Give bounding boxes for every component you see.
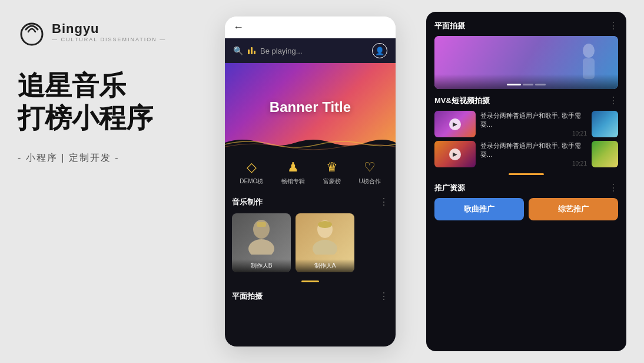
collab-label: U榜合作 bbox=[358, 177, 380, 186]
icon-item-collab[interactable]: ♡ U榜合作 bbox=[358, 160, 380, 186]
mv-section-title: MV&短视频拍摄 bbox=[434, 95, 490, 106]
bottom-section-header: 平面拍摄 ⋮ bbox=[232, 291, 389, 302]
bottom-more-icon[interactable]: ⋮ bbox=[379, 291, 389, 302]
logo-area: Bingyu — CULTURAL DISSEMINATION — bbox=[18, 18, 194, 46]
album-label: 畅销专辑 bbox=[281, 177, 305, 186]
hero-title: 追星音乐 打榜小程序 bbox=[18, 70, 194, 134]
music-more-icon[interactable]: ⋮ bbox=[379, 196, 389, 207]
hero-title-line2: 打榜小程序 bbox=[18, 103, 153, 133]
mv-item-2[interactable]: ▶ 登录分两种普通用户和歌手, 歌手需要... 10:21 bbox=[434, 141, 618, 167]
mv-more-icon[interactable]: ⋮ bbox=[609, 95, 618, 106]
music-section-header: 音乐制作 ⋮ bbox=[232, 196, 389, 207]
mv-info-1: 登录分两种普通用户和歌手, 歌手需要... 10:21 bbox=[480, 111, 587, 137]
music-section: 音乐制作 ⋮ 制作人B bbox=[225, 192, 396, 277]
banner-title-text: Banner Title bbox=[270, 99, 351, 116]
dot-inactive-1 bbox=[523, 84, 533, 85]
phone-banner: Banner Title bbox=[225, 63, 396, 151]
logo-text-block: Bingyu — CULTURAL DISSEMINATION — bbox=[52, 21, 166, 42]
icon-item-rich[interactable]: ♛ 富豪榜 bbox=[323, 160, 341, 186]
icon-item-album[interactable]: ♟ 畅销专辑 bbox=[281, 160, 305, 186]
eq-bar-1 bbox=[248, 50, 250, 54]
brand-subtitle: — CULTURAL DISSEMINATION — bbox=[52, 37, 166, 42]
svg-point-5 bbox=[313, 240, 337, 255]
mv-time-1: 10:21 bbox=[480, 130, 587, 137]
person-face-b bbox=[232, 213, 291, 258]
phone-bottom-section: 平面拍摄 ⋮ bbox=[225, 286, 396, 346]
phone-header: ← bbox=[225, 16, 396, 38]
promo-section-title: 推广资源 bbox=[434, 183, 465, 193]
right-panel: 平面拍摄 ⋮ MV&短视频拍摄 bbox=[426, 12, 626, 351]
brand-name: Bingyu bbox=[52, 21, 166, 37]
eq-bar-3 bbox=[254, 51, 255, 54]
flat-image-inner bbox=[434, 36, 618, 89]
left-section: Bingyu — CULTURAL DISSEMINATION — 追星音乐 打… bbox=[18, 12, 194, 351]
dot-inactive-2 bbox=[535, 84, 546, 85]
mv-title-2: 登录分两种普通用户和歌手, 歌手需要... bbox=[480, 141, 587, 160]
flat-more-icon[interactable]: ⋮ bbox=[609, 20, 618, 31]
mv-extra-1 bbox=[592, 111, 618, 137]
demo-label: DEMO榜 bbox=[240, 177, 263, 186]
collab-icon: ♡ bbox=[364, 160, 376, 175]
search-icon: 🔍 bbox=[233, 46, 243, 55]
svg-point-7 bbox=[583, 44, 595, 58]
mv-section-header: MV&短视频拍摄 ⋮ bbox=[434, 95, 618, 106]
person-face-a bbox=[296, 213, 354, 258]
mv-thumb-1: ▶ bbox=[434, 111, 476, 137]
mv-info-2: 登录分两种普通用户和歌手, 歌手需要... 10:21 bbox=[480, 141, 587, 167]
flat-image-card bbox=[434, 36, 618, 89]
mv-thumb-2: ▶ bbox=[434, 141, 476, 167]
bottom-section-title: 平面拍摄 bbox=[232, 291, 263, 302]
promo-btn-variety[interactable]: 综艺推广 bbox=[529, 198, 618, 220]
mv-time-2: 10:21 bbox=[480, 160, 587, 167]
album-icon: ♟ bbox=[287, 160, 299, 175]
back-button[interactable]: ← bbox=[233, 21, 244, 34]
rich-icon: ♛ bbox=[326, 160, 338, 175]
promo-section: 推广资源 ⋮ 歌曲推广 综艺推广 bbox=[434, 182, 618, 220]
promo-more-icon[interactable]: ⋮ bbox=[609, 182, 618, 193]
icon-item-demo[interactable]: ◇ DEMO榜 bbox=[240, 160, 263, 186]
dot-active bbox=[507, 84, 521, 85]
flat-section-header: 平面拍摄 ⋮ bbox=[434, 20, 618, 31]
music-card-a[interactable]: 制作人A bbox=[296, 213, 354, 272]
flat-section-title: 平面拍摄 bbox=[434, 21, 465, 31]
center-phone: ← 🔍 Be playing... 👤 Banner Title ◇ DEMO榜 bbox=[225, 16, 396, 346]
rich-label: 富豪榜 bbox=[323, 177, 341, 186]
music-card-b[interactable]: 制作人B bbox=[232, 213, 291, 272]
brand-logo-icon bbox=[18, 18, 46, 46]
user-avatar-icon[interactable]: 👤 bbox=[372, 43, 387, 58]
right-flat-section: 平面拍摄 ⋮ bbox=[434, 20, 618, 89]
phone-icons-row: ◇ DEMO榜 ♟ 畅销专辑 ♛ 富豪榜 ♡ U榜合作 bbox=[225, 151, 396, 192]
mv-item-1[interactable]: ▶ 登录分两种普通用户和歌手, 歌手需要... 10:21 bbox=[434, 111, 618, 137]
card-b-label: 制作人B bbox=[232, 259, 291, 272]
svg-point-2 bbox=[248, 239, 274, 255]
play-button-2[interactable]: ▶ bbox=[449, 148, 461, 160]
demo-icon: ◇ bbox=[247, 160, 257, 175]
card-a-label: 制作人A bbox=[296, 259, 354, 272]
promo-btn-song[interactable]: 歌曲推广 bbox=[434, 198, 524, 220]
mv-progress-bar bbox=[509, 173, 544, 175]
music-section-title: 音乐制作 bbox=[232, 197, 263, 207]
search-placeholder-text[interactable]: Be playing... bbox=[260, 47, 367, 55]
hero-description: - 小程序 | 定制开发 - bbox=[18, 152, 194, 164]
mv-title-1: 登录分两种普通用户和歌手, 歌手需要... bbox=[480, 111, 587, 130]
playing-indicator bbox=[248, 47, 255, 54]
music-cards: 制作人B 制作人A bbox=[232, 213, 389, 272]
play-button-1[interactable]: ▶ bbox=[449, 118, 461, 130]
flat-image-pagination bbox=[507, 84, 546, 85]
hero-title-line1: 追星音乐 bbox=[18, 70, 126, 101]
promo-section-header: 推广资源 ⋮ bbox=[434, 182, 618, 193]
scroll-dot bbox=[301, 280, 319, 282]
mv-list: ▶ 登录分两种普通用户和歌手, 歌手需要... 10:21 ▶ 登录分两种普通用… bbox=[434, 111, 618, 167]
svg-point-6 bbox=[318, 221, 332, 228]
mv-progress-bar-container bbox=[434, 172, 618, 176]
promo-buttons: 歌曲推广 综艺推广 bbox=[434, 198, 618, 220]
eq-bar-2 bbox=[251, 47, 253, 54]
mv-extra-2 bbox=[592, 141, 618, 167]
search-bar: 🔍 Be playing... 👤 bbox=[225, 38, 396, 63]
svg-rect-3 bbox=[257, 222, 266, 227]
right-mv-section: MV&短视频拍摄 ⋮ ▶ 登录分两种普通用户和歌手, 歌手需要... 10:21… bbox=[434, 95, 618, 176]
phone-scroll-indicator bbox=[225, 277, 396, 286]
